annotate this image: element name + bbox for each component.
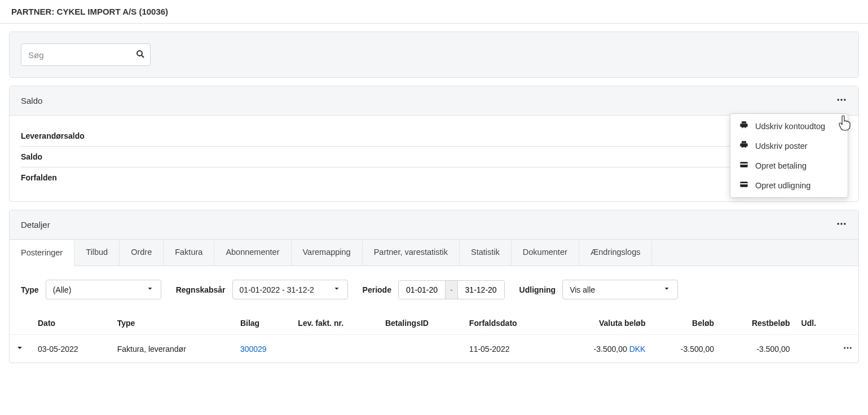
tab-varemapping[interactable]: Varemapping xyxy=(292,240,363,266)
svg-rect-6 xyxy=(740,164,747,165)
currency-link[interactable]: DKK xyxy=(629,345,646,354)
menu-create-settlement[interactable]: Opret udligning xyxy=(730,175,848,195)
chevron-down-icon xyxy=(146,285,154,294)
print-icon xyxy=(739,121,748,131)
table-row: 03-05-2022 Faktura, leverandør 300029 11… xyxy=(10,335,858,363)
row-actions-button[interactable] xyxy=(843,346,853,355)
menu-print-entries[interactable]: Udskriv poster xyxy=(730,136,848,156)
svg-point-4 xyxy=(844,99,845,100)
tab-ordre[interactable]: Ordre xyxy=(120,240,164,266)
tab-faktura[interactable]: Faktura xyxy=(164,240,214,266)
details-header: Detaljer xyxy=(10,210,858,240)
entries-table: Dato Type Bilag Lev. fakt. nr. Betalings… xyxy=(10,312,858,363)
cell-currency-amount: -3.500,00 DKK xyxy=(554,335,651,363)
th-type[interactable]: Type xyxy=(112,312,235,335)
details-tabs: Posteringer Tilbud Ordre Faktura Abonnem… xyxy=(10,240,858,266)
filter-period-label: Periode xyxy=(363,285,391,294)
tab-statistik[interactable]: Statistik xyxy=(460,240,512,266)
print-icon xyxy=(739,140,748,151)
tab-dokumenter[interactable]: Dokumenter xyxy=(512,240,579,266)
tab-tilbud[interactable]: Tilbud xyxy=(74,240,120,266)
cell-remaining: -3.500,00 xyxy=(720,335,796,363)
svg-point-3 xyxy=(840,99,842,100)
cell-date: 03-05-2022 xyxy=(32,335,112,363)
filter-type-label: Type xyxy=(21,285,39,294)
tab-aendringslogs[interactable]: Ændringslogs xyxy=(579,240,653,266)
card-icon xyxy=(739,160,748,171)
filter-settlement-value: Vis alle xyxy=(570,285,595,294)
filter-settlement-label: Udligning xyxy=(519,285,556,294)
balance-actions-menu: Udskriv kontoudtog Udskriv poster Opret … xyxy=(730,113,848,198)
chevron-down-icon xyxy=(663,285,671,294)
svg-line-1 xyxy=(142,55,144,58)
svg-point-2 xyxy=(838,99,839,100)
th-voucher[interactable]: Bilag xyxy=(235,312,292,335)
cell-settled xyxy=(796,335,836,363)
tab-posteringer[interactable]: Posteringer xyxy=(10,240,74,266)
svg-rect-8 xyxy=(740,183,747,184)
balance-title: Saldo xyxy=(21,96,42,105)
filter-period-to[interactable] xyxy=(458,281,504,299)
menu-item-label: Udskriv kontoudtog xyxy=(755,122,825,131)
svg-point-9 xyxy=(838,223,839,224)
svg-point-10 xyxy=(840,223,842,224)
details-panel: Detaljer Posteringer Tilbud Ordre Faktur… xyxy=(9,210,859,363)
filter-period-range: - xyxy=(398,280,505,299)
filter-settlement-select[interactable]: Vis alle xyxy=(562,280,678,299)
balance-panel: Saldo Udskriv kontoudtog Udskriv poster … xyxy=(9,86,859,202)
card-icon xyxy=(739,180,748,191)
row-expand-button[interactable] xyxy=(15,343,24,352)
filter-type-value: (Alle) xyxy=(53,285,72,294)
menu-item-label: Opret udligning xyxy=(755,181,810,190)
filter-type-select[interactable]: (Alle) xyxy=(46,280,161,299)
balance-overdue-row: Forfalden xyxy=(21,167,847,188)
filter-fiscal-value: 01-01-2022 - 31-12-2 xyxy=(240,285,314,294)
cell-supplier-invoice xyxy=(292,335,380,363)
th-remaining[interactable]: Restbeløb xyxy=(720,312,796,335)
filter-bar: Type (Alle) Regnskabsår 01-01-2022 - 31-… xyxy=(10,266,858,307)
svg-point-14 xyxy=(850,347,852,349)
search-panel xyxy=(9,32,859,78)
balance-saldo-row: Saldo xyxy=(21,147,847,167)
th-supplier-invoice[interactable]: Lev. fakt. nr. xyxy=(292,312,380,335)
th-amount[interactable]: Beløb xyxy=(651,312,720,335)
svg-point-0 xyxy=(137,51,142,56)
details-actions-button[interactable] xyxy=(836,218,847,231)
menu-item-label: Opret betaling xyxy=(755,161,807,170)
cell-amount: -3.500,00 xyxy=(651,335,720,363)
cell-payment-id xyxy=(380,335,464,363)
svg-point-13 xyxy=(847,347,849,349)
th-currency-amount[interactable]: Valuta beløb xyxy=(554,312,651,335)
menu-create-payment[interactable]: Opret betaling xyxy=(730,156,848,175)
date-range-separator: - xyxy=(445,281,458,299)
cell-voucher-link[interactable]: 300029 xyxy=(240,345,267,354)
svg-point-11 xyxy=(844,223,845,224)
balance-header: Saldo xyxy=(10,86,858,116)
filter-period-from[interactable] xyxy=(399,281,445,299)
search-input[interactable] xyxy=(28,50,135,60)
balance-supplier-row: Leverandørsaldo xyxy=(21,126,847,147)
th-payment-id[interactable]: BetalingsID xyxy=(380,312,464,335)
svg-point-12 xyxy=(844,347,845,349)
menu-item-label: Udskriv poster xyxy=(755,142,808,151)
cell-due-date: 11-05-2022 xyxy=(464,335,554,363)
menu-print-statement[interactable]: Udskriv kontoudtog xyxy=(730,116,848,136)
cell-type: Faktura, leverandør xyxy=(112,335,235,363)
balance-actions-button[interactable] xyxy=(836,94,847,107)
filter-fiscal-select[interactable]: 01-01-2022 - 31-12-2 xyxy=(232,280,348,299)
search-icon[interactable] xyxy=(135,49,146,61)
page-title: PARTNER: CYKEL IMPORT A/S (10036) xyxy=(0,0,868,24)
chevron-down-icon xyxy=(333,285,341,294)
th-due-date[interactable]: Forfaldsdato xyxy=(464,312,554,335)
search-field-wrap xyxy=(21,43,151,66)
filter-fiscal-label: Regnskabsår xyxy=(176,285,226,294)
th-settled[interactable]: Udl. xyxy=(796,312,836,335)
details-title: Detaljer xyxy=(21,220,50,229)
tab-abonnementer[interactable]: Abonnementer xyxy=(214,240,291,266)
th-date[interactable]: Dato xyxy=(32,312,112,335)
tab-partner-varestatistik[interactable]: Partner, varestatistik xyxy=(363,240,460,266)
